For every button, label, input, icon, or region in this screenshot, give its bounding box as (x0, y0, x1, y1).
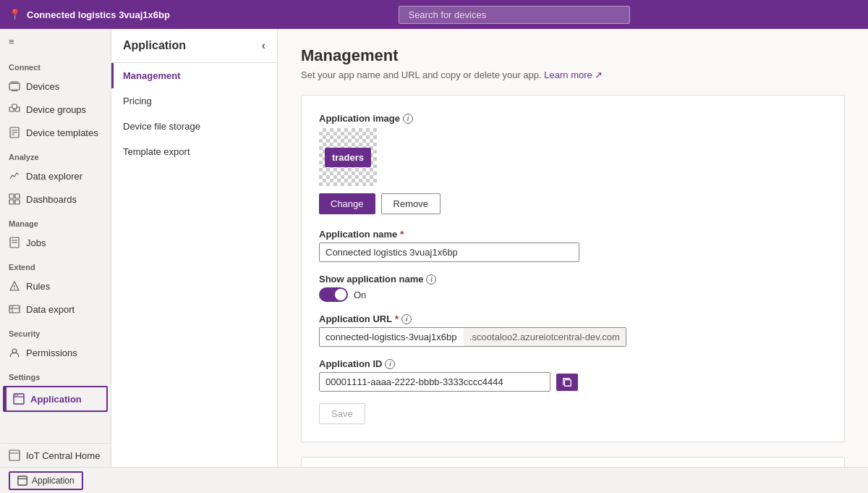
image-info-icon[interactable]: i (403, 114, 413, 124)
data-export-icon (9, 303, 20, 315)
app-url-info-icon[interactable]: i (401, 314, 412, 324)
devices-icon (9, 80, 20, 92)
sidebar-item-application[interactable]: Application (3, 386, 108, 412)
sidebar-section-settings: Settings (0, 364, 111, 384)
app-url-field: Application URL * i .scootaloo2.azureiot… (319, 313, 827, 347)
app-id-info-icon[interactable]: i (385, 359, 395, 369)
svg-rect-12 (15, 200, 20, 204)
data-explorer-icon (9, 170, 20, 182)
sidebar-item-permissions[interactable]: Permissions (0, 341, 111, 364)
second-panel: Application ‹ Management Pricing Device … (111, 29, 278, 467)
second-panel-header: Application ‹ (111, 29, 277, 63)
app-id-input (319, 372, 550, 392)
rules-icon (9, 280, 20, 292)
toggle-row: On (319, 287, 827, 302)
sidebar-label-rules: Rules (26, 281, 50, 292)
svg-point-26 (17, 395, 18, 396)
url-row: .scootaloo2.azureiotcentral-dev.com (319, 327, 827, 347)
sidebar-item-data-explorer[interactable]: Data explorer (0, 164, 111, 187)
sidebar-label-jobs: Jobs (26, 237, 46, 248)
page-title: Management (301, 46, 845, 65)
svg-rect-29 (565, 379, 571, 386)
svg-rect-1 (11, 82, 18, 83)
app-name-field: Application name * (319, 229, 827, 262)
copy-application-card: Copy application i Create a copy of this… (301, 457, 845, 467)
sidebar-section-security: Security (0, 321, 111, 341)
hamburger-button[interactable]: ≡ (0, 29, 111, 54)
svg-rect-11 (9, 200, 14, 204)
sidebar-item-dashboards[interactable]: Dashboards (0, 187, 111, 211)
permissions-icon (9, 347, 20, 358)
topbar-app-name: 📍 Connected logistics 3vuaj1x6bp (9, 9, 170, 20)
sidebar-item-jobs[interactable]: Jobs (0, 231, 111, 254)
learn-more-link[interactable]: Learn more ↗ (544, 69, 603, 80)
main-content: Management Set your app name and URL and… (278, 29, 868, 467)
change-image-button[interactable]: Change (319, 193, 375, 214)
main-layout: ≡ Connect Devices Device groups Device t… (0, 29, 868, 467)
show-app-name-info-icon[interactable]: i (426, 274, 436, 285)
topbar: 📍 Connected logistics 3vuaj1x6bp (0, 0, 868, 29)
image-label: Application image i (319, 113, 827, 124)
svg-rect-27 (9, 450, 20, 460)
sidebar-label-application: Application (30, 394, 82, 405)
sidebar-item-data-export[interactable]: Data export (0, 298, 111, 321)
sidebar-label-devices: Devices (26, 81, 59, 92)
app-id-label: Application ID i (319, 358, 827, 369)
pin-icon: 📍 (9, 9, 21, 20)
sidebar-item-iot-central-home[interactable]: IoT Central Home (0, 443, 111, 467)
svg-point-18 (14, 288, 15, 290)
app-name-input[interactable] (319, 243, 579, 262)
svg-rect-10 (15, 194, 20, 198)
save-button[interactable]: Save (319, 403, 365, 424)
sidebar-label-device-templates: Device templates (26, 127, 98, 138)
management-card: Application image i traders Change Remov… (301, 95, 845, 442)
second-panel-item-management[interactable]: Management (111, 63, 277, 88)
svg-rect-9 (9, 194, 14, 198)
url-suffix: .scootaloo2.azureiotcentral-dev.com (464, 327, 626, 347)
sidebar-item-rules[interactable]: Rules (0, 274, 111, 298)
app-name-label: Application name * (319, 229, 827, 240)
iot-home-icon (9, 450, 20, 461)
sidebar: ≡ Connect Devices Device groups Device t… (0, 29, 111, 467)
sidebar-item-devices[interactable]: Devices (0, 75, 111, 98)
device-templates-icon (9, 127, 20, 138)
bottombar-application-item[interactable]: Application (9, 471, 83, 490)
sidebar-section-connect: Connect (0, 54, 111, 75)
show-app-name-toggle[interactable] (319, 287, 348, 302)
application-icon (13, 393, 25, 405)
app-url-input[interactable] (319, 327, 464, 347)
bottombar-label: Application (32, 476, 75, 486)
sidebar-label-device-groups: Device groups (26, 104, 86, 115)
sidebar-section-manage: Manage (0, 211, 111, 231)
sidebar-item-device-templates[interactable]: Device templates (0, 121, 111, 144)
bottombar: Application (0, 467, 868, 493)
second-panel-title: Application (123, 39, 186, 52)
sidebar-label-data-explorer: Data explorer (26, 171, 82, 182)
svg-point-25 (15, 395, 17, 396)
dashboards-icon (9, 193, 20, 205)
svg-rect-30 (18, 476, 27, 484)
sidebar-section-extend: Extend (0, 254, 111, 274)
appid-row (319, 372, 827, 392)
sidebar-label-iot-home: IoT Central Home (26, 450, 100, 461)
app-id-field: Application ID i (319, 358, 827, 392)
show-app-name-label: Show application name i (319, 274, 827, 285)
second-panel-close-button[interactable]: ‹ (262, 39, 265, 52)
sidebar-section-analyze: Analyze (0, 144, 111, 164)
device-groups-icon (9, 104, 20, 115)
svg-rect-19 (9, 306, 20, 313)
image-field: Application image i traders Change Remov… (319, 113, 827, 214)
page-subtitle: Set your app name and URL and copy or de… (301, 69, 845, 80)
image-buttons: Change Remove (319, 193, 827, 214)
application-image: traders (319, 128, 377, 186)
second-panel-item-template-export[interactable]: Template export (111, 139, 277, 164)
search-area (170, 6, 859, 24)
second-panel-item-device-file-storage[interactable]: Device file storage (111, 114, 277, 139)
search-input[interactable] (399, 6, 630, 24)
remove-image-button[interactable]: Remove (381, 193, 441, 214)
second-panel-item-pricing[interactable]: Pricing (111, 88, 277, 114)
app-url-label: Application URL * i (319, 313, 827, 324)
jobs-icon (9, 237, 20, 248)
sidebar-item-device-groups[interactable]: Device groups (0, 98, 111, 121)
copy-id-button[interactable] (556, 374, 578, 391)
